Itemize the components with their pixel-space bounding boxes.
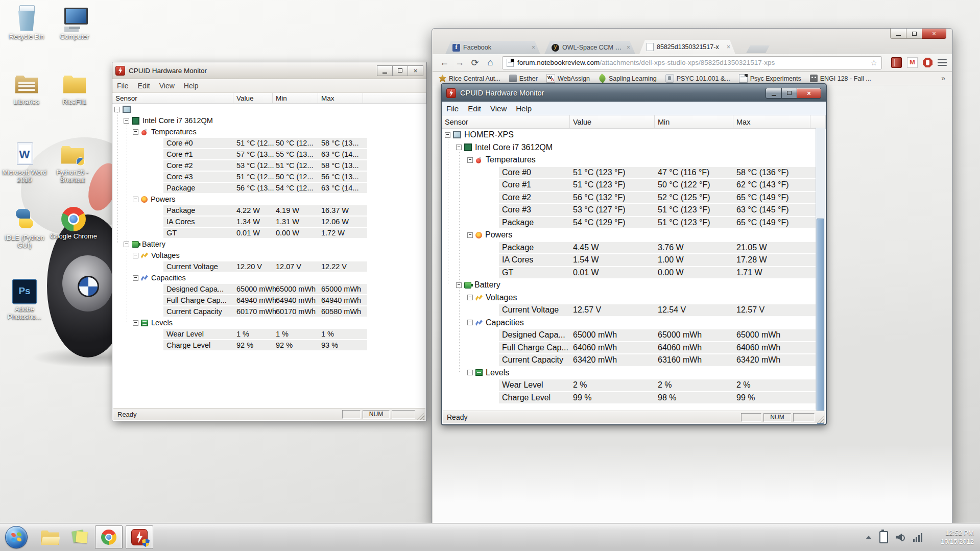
tree-row[interactable]: Current Voltage12.20 V12.07 V12.22 V bbox=[112, 261, 426, 272]
tree-row[interactable]: Designed Capa...65000 mWh65000 mWh65000 … bbox=[442, 329, 826, 342]
taskbar-chrome-button[interactable] bbox=[95, 525, 123, 549]
tree-row[interactable]: Battery bbox=[442, 279, 826, 292]
tree-row[interactable]: Package54 °C (129 °F)51 °C (123 °F)65 °C… bbox=[442, 217, 826, 229]
tree-row[interactable]: Current Capacity63420 mWh63160 mWh63420 … bbox=[442, 354, 826, 367]
vertical-scrollbar[interactable] bbox=[816, 128, 825, 410]
tree-row[interactable]: Designed Capa...65000 mWh65000 mWh65000 … bbox=[112, 283, 426, 295]
volume-tray-icon[interactable] bbox=[896, 533, 905, 541]
tree-row[interactable]: Wear Level1 %1 %1 % bbox=[112, 328, 426, 340]
gmail-extension-icon[interactable] bbox=[907, 57, 918, 68]
menu-edit[interactable]: Edit bbox=[463, 104, 486, 113]
tree-row[interactable]: IA Cores1.34 W1.31 W12.06 W bbox=[112, 216, 426, 227]
browser-menu-icon[interactable] bbox=[938, 58, 947, 67]
close-button[interactable]: × bbox=[408, 65, 423, 76]
taskbar-sticky-notes-button[interactable] bbox=[73, 530, 88, 545]
battery-tray-icon[interactable] bbox=[879, 531, 888, 543]
forward-button[interactable]: → bbox=[453, 57, 466, 68]
column-value[interactable]: Value bbox=[233, 93, 273, 103]
tree-row[interactable]: Core #256 °C (132 °F)52 °C (125 °F)65 °C… bbox=[442, 191, 826, 204]
home-button[interactable]: ⌂ bbox=[484, 57, 497, 68]
expand-collapse-box[interactable] bbox=[133, 197, 138, 202]
tree-row[interactable]: Core #051 °C (123 °F)47 °C (116 °F)58 °C… bbox=[442, 166, 826, 179]
tree-row[interactable]: Package4.22 W4.19 W16.37 W bbox=[112, 205, 426, 216]
close-button[interactable]: × bbox=[797, 88, 821, 99]
tree-row[interactable]: Charge Level92 %92 %93 % bbox=[112, 340, 426, 351]
tree-row[interactable]: Powers bbox=[442, 229, 826, 242]
taskbar-explorer-button[interactable] bbox=[41, 530, 59, 545]
network-signal-icon[interactable] bbox=[913, 533, 922, 542]
menu-view[interactable]: View bbox=[155, 82, 179, 90]
tree-row[interactable]: Intel Core i7 3612QM bbox=[112, 115, 426, 126]
tree-row[interactable]: Core #351 °C (12...50 °C (12...56 °C (13… bbox=[112, 171, 426, 182]
maximize-button[interactable] bbox=[906, 29, 922, 39]
tree-row[interactable]: Powers bbox=[112, 194, 426, 205]
bookmark-item[interactable]: ENGI 128 - Fall ... bbox=[810, 75, 871, 82]
tree-row[interactable]: Charge Level99 %98 %99 % bbox=[442, 392, 826, 404]
bookmark-item[interactable]: WebAssign bbox=[546, 74, 590, 83]
tree-row[interactable]: GT0.01 W0.00 W1.71 W bbox=[442, 267, 826, 279]
tree-row[interactable]: Levels bbox=[112, 317, 426, 328]
bookmark-item[interactable]: PSYC 101.001 &... bbox=[665, 74, 730, 83]
tree-row[interactable]: Package56 °C (13...54 °C (12...63 °C (14… bbox=[112, 182, 426, 194]
minimize-button[interactable] bbox=[890, 29, 906, 39]
tree-row[interactable]: Wear Level2 %2 %2 % bbox=[442, 379, 826, 392]
tree-row[interactable]: Temperatures bbox=[442, 154, 826, 166]
desktop-icon-photoshop[interactable]: Adobe Photosho... bbox=[0, 277, 49, 321]
new-tab-button[interactable] bbox=[746, 45, 770, 53]
tab-attachment-active[interactable]: 85825d1350321517-x × bbox=[639, 40, 735, 54]
bookmark-item[interactable]: Sapling Learning bbox=[599, 75, 657, 82]
tree-row[interactable]: Voltages bbox=[112, 250, 426, 261]
maximize-button[interactable] bbox=[781, 88, 797, 99]
taskbar-hwmonitor-button[interactable] bbox=[126, 525, 153, 549]
expand-collapse-box[interactable] bbox=[133, 320, 138, 326]
minimize-button[interactable] bbox=[766, 88, 782, 99]
reload-button[interactable]: ⟳ bbox=[468, 57, 482, 68]
expand-collapse-box[interactable] bbox=[456, 145, 462, 150]
column-min[interactable]: Min bbox=[655, 115, 733, 128]
expand-collapse-box[interactable] bbox=[467, 295, 473, 300]
tab-close-icon[interactable]: × bbox=[532, 44, 535, 51]
resize-grip[interactable] bbox=[817, 416, 824, 423]
tree-row[interactable]: Full Charge Cap...64060 mWh64060 mWh6406… bbox=[442, 342, 826, 354]
column-value[interactable]: Value bbox=[570, 115, 655, 128]
expand-collapse-box[interactable] bbox=[456, 282, 462, 288]
tree-row[interactable]: Current Capacity60170 mWh60170 mWh60580 … bbox=[112, 306, 426, 317]
minimize-button[interactable] bbox=[377, 65, 393, 76]
tab-owlspace[interactable]: OWL-Space CCM : PH × bbox=[544, 41, 635, 54]
bookmark-item[interactable]: Rice Central Aut... bbox=[439, 75, 500, 82]
expand-collapse-box[interactable] bbox=[467, 370, 473, 375]
tab-facebook[interactable]: Facebook × bbox=[445, 41, 540, 54]
expand-collapse-box[interactable] bbox=[133, 275, 138, 281]
tree-row[interactable]: Core #353 °C (127 °F)51 °C (123 °F)63 °C… bbox=[442, 204, 826, 217]
tree-row[interactable]: Package4.45 W3.76 W21.05 W bbox=[442, 242, 826, 254]
column-sensor[interactable]: Sensor bbox=[112, 93, 233, 103]
back-button[interactable]: ← bbox=[438, 57, 451, 68]
expand-collapse-box[interactable] bbox=[133, 129, 138, 135]
expand-collapse-box[interactable] bbox=[467, 320, 473, 325]
expand-collapse-box[interactable] bbox=[467, 157, 473, 163]
expand-collapse-box[interactable] bbox=[445, 132, 450, 138]
tree-row[interactable]: Full Charge Cap...64940 mWh64940 mWh6494… bbox=[112, 295, 426, 306]
tree-row[interactable]: Battery bbox=[112, 238, 426, 250]
tab-close-icon[interactable]: × bbox=[627, 44, 630, 51]
menu-file[interactable]: File bbox=[442, 104, 463, 113]
desktop-icon-ricefil1[interactable]: RiceFil1 bbox=[50, 69, 99, 106]
tree-row[interactable]: Capacities bbox=[442, 317, 826, 329]
menu-file[interactable]: File bbox=[112, 82, 133, 90]
menu-view[interactable]: View bbox=[486, 104, 511, 113]
desktop-icon-recycle-bin[interactable]: Recycle Bin bbox=[2, 4, 51, 40]
tree-row[interactable]: Capacities bbox=[112, 272, 426, 283]
menu-edit[interactable]: Edit bbox=[133, 82, 155, 90]
title-bar[interactable]: CPUID Hardware Monitor × bbox=[112, 62, 426, 79]
column-max[interactable]: Max bbox=[733, 115, 810, 128]
taskbar-clock[interactable]: 12:52 PM 10/15/2012 bbox=[930, 529, 974, 546]
tree-row[interactable]: Core #253 °C (12...51 °C (12...58 °C (13… bbox=[112, 160, 426, 171]
tree-row[interactable]: Core #051 °C (12...50 °C (12...58 °C (13… bbox=[112, 137, 426, 149]
maximize-button[interactable] bbox=[392, 65, 408, 76]
menu-help[interactable]: Help bbox=[179, 82, 203, 90]
column-sensor[interactable]: Sensor bbox=[442, 115, 570, 128]
expand-collapse-box[interactable] bbox=[124, 242, 129, 247]
column-max[interactable]: Max bbox=[318, 93, 363, 103]
tree-row[interactable]: Core #151 °C (123 °F)50 °C (122 °F)62 °C… bbox=[442, 179, 826, 191]
address-bar[interactable]: forum.notebookreview.com/attachments/del… bbox=[502, 56, 882, 69]
